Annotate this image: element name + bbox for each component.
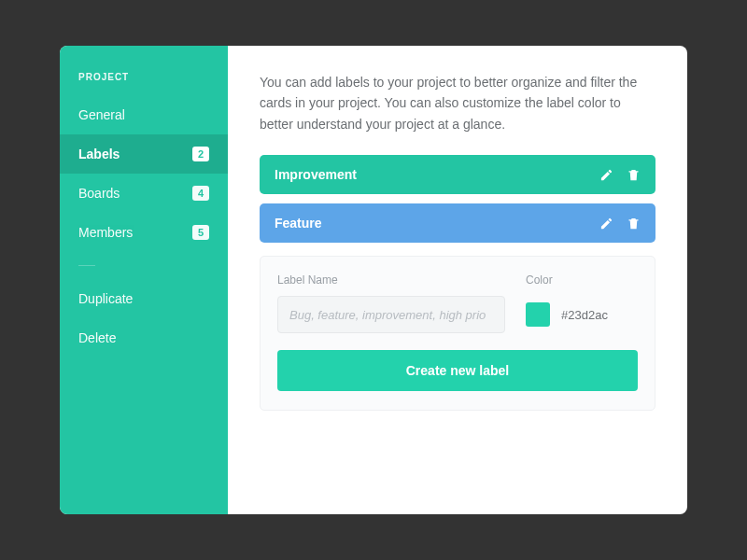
sidebar-item-label: Boards	[78, 186, 120, 201]
create-label-button[interactable]: Create new label	[277, 350, 638, 391]
sidebar-divider	[78, 265, 95, 266]
project-settings-modal: PROJECT General Labels 2 Boards 4 Member…	[60, 46, 687, 514]
sidebar-item-label: Duplicate	[78, 291, 133, 306]
label-name-input[interactable]	[277, 296, 505, 333]
name-field-group: Label Name	[277, 273, 505, 333]
sidebar-item-label: General	[78, 107, 125, 122]
sidebar-item-label: Members	[78, 225, 133, 240]
color-hex-value: #23d2ac	[561, 308, 608, 322]
count-badge: 5	[192, 225, 209, 240]
sidebar: PROJECT General Labels 2 Boards 4 Member…	[60, 46, 228, 514]
new-label-form: Label Name Color #23d2ac Create new labe…	[260, 256, 655, 411]
color-field-label: Color	[526, 273, 638, 287]
label-actions	[599, 217, 641, 231]
trash-icon[interactable]	[627, 168, 641, 182]
sidebar-item-label: Delete	[78, 330, 116, 345]
trash-icon[interactable]	[627, 217, 641, 231]
label-row-improvement: Improvement	[260, 155, 655, 194]
sidebar-item-general[interactable]: General	[60, 95, 228, 134]
sidebar-item-duplicate[interactable]: Duplicate	[60, 279, 228, 318]
sidebar-item-label: Labels	[78, 147, 120, 161]
label-actions	[599, 168, 641, 182]
color-picker[interactable]: #23d2ac	[526, 296, 638, 333]
sidebar-item-boards[interactable]: Boards 4	[60, 174, 228, 213]
color-swatch	[526, 302, 550, 327]
label-row-feature: Feature	[260, 203, 655, 243]
main-panel: You can add labels to your project to be…	[228, 46, 687, 514]
name-field-label: Label Name	[277, 273, 505, 287]
count-badge: 2	[192, 147, 209, 161]
label-name: Improvement	[275, 167, 599, 182]
labels-description: You can add labels to your project to be…	[260, 72, 655, 134]
sidebar-item-labels[interactable]: Labels 2	[60, 134, 228, 174]
sidebar-heading: PROJECT	[60, 72, 228, 95]
label-name: Feature	[275, 216, 599, 231]
sidebar-item-members[interactable]: Members 5	[60, 213, 228, 252]
edit-icon[interactable]	[599, 217, 613, 231]
edit-icon[interactable]	[599, 168, 613, 182]
count-badge: 4	[192, 186, 209, 201]
color-field-group: Color #23d2ac	[526, 273, 638, 333]
sidebar-item-delete[interactable]: Delete	[60, 318, 228, 357]
